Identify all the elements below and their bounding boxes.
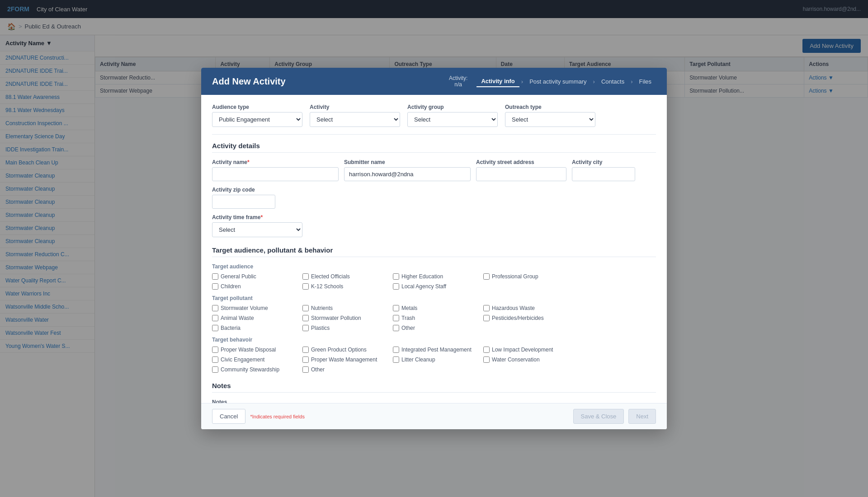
checkbox-item[interactable]: Community Stewardship — [212, 366, 302, 373]
checkbox-input[interactable] — [212, 366, 218, 373]
checkbox-input[interactable] — [212, 325, 218, 331]
checkbox-input[interactable] — [393, 305, 399, 311]
outreach-type-select[interactable]: Select — [505, 112, 595, 127]
checkbox-item[interactable]: Water Conservation — [483, 356, 574, 363]
submitter-name-input[interactable] — [344, 167, 471, 181]
checkbox-label: Stormwater Volume — [221, 305, 268, 311]
checkbox-input[interactable] — [302, 325, 309, 331]
checkbox-input[interactable] — [483, 273, 490, 280]
checkbox-label: Children — [221, 283, 241, 290]
checkbox-item[interactable]: Local Agency Staff — [393, 283, 483, 290]
city-label: Activity city — [572, 159, 635, 165]
activity-name-label: Activity name* — [212, 159, 339, 165]
checkbox-input[interactable] — [483, 356, 490, 363]
checkbox-item[interactable]: Children — [212, 283, 302, 290]
checkbox-input[interactable] — [393, 356, 399, 363]
checkbox-item[interactable]: Litter Cleanup — [393, 356, 483, 363]
activity-details-section: Activity details Activity name* Submitte… — [212, 142, 656, 237]
activity-group-select[interactable]: Select — [407, 112, 498, 127]
activity-id-value: n/a — [449, 81, 467, 88]
checkbox-label: Higher Education — [401, 273, 443, 280]
checkbox-item[interactable]: Pesticides/Herbicides — [483, 315, 574, 321]
checkbox-item[interactable]: Stormwater Volume — [212, 305, 302, 311]
checkbox-item[interactable]: Stormwater Pollution — [302, 315, 393, 321]
checkbox-item[interactable]: General Public — [212, 273, 302, 280]
checkbox-item[interactable]: Elected Officials — [302, 273, 393, 280]
audience-type-select[interactable]: Public Engagement Business School Govern… — [212, 112, 302, 127]
activity-name-input[interactable] — [212, 167, 339, 181]
checkbox-item[interactable]: Other — [302, 366, 393, 373]
checkbox-item[interactable]: Integrated Pest Management — [393, 347, 483, 353]
time-frame-select[interactable]: Select Q1 Q2 Q3 Q4 Annual — [212, 222, 302, 237]
activity-type-select[interactable]: Select Active Passive — [310, 112, 400, 127]
zip-input[interactable] — [212, 195, 275, 209]
city-input[interactable] — [572, 167, 635, 181]
checkbox-label: Bacteria — [221, 325, 241, 331]
modal-overlay: Add New Activity Activity: n/a Activity … — [0, 0, 868, 497]
checkbox-item[interactable]: Green Product Options — [302, 347, 393, 353]
checkbox-label: Pesticides/Herbicides — [492, 315, 544, 321]
checkbox-input[interactable] — [483, 347, 490, 353]
save-close-button[interactable]: Save & Close — [573, 409, 624, 424]
checkbox-item[interactable]: Proper Waste Disposal — [212, 347, 302, 353]
required-note: *Indicates required fields — [250, 414, 304, 419]
checkbox-input[interactable] — [212, 283, 218, 290]
checkbox-item[interactable]: Plastics — [302, 325, 393, 331]
checkbox-input[interactable] — [393, 325, 399, 331]
checkbox-input[interactable] — [212, 273, 218, 280]
checkbox-input[interactable] — [302, 366, 309, 373]
outreach-type-label: Outreach type — [505, 104, 595, 110]
checkbox-input[interactable] — [212, 305, 218, 311]
checkbox-input[interactable] — [393, 315, 399, 321]
checkbox-item[interactable]: Civic Engagement — [212, 356, 302, 363]
modal-body: Audience type Public Engagement Business… — [201, 95, 667, 403]
checkbox-item[interactable]: Animal Waste — [212, 315, 302, 321]
checkbox-label: Animal Waste — [221, 315, 254, 321]
next-button[interactable]: Next — [628, 409, 656, 424]
checkbox-label: Litter Cleanup — [401, 356, 435, 363]
cancel-button[interactable]: Cancel — [212, 409, 245, 424]
step-contacts[interactable]: Contacts — [597, 76, 629, 87]
submitter-name-label: Submitter name — [344, 159, 471, 165]
checkbox-item[interactable]: Other — [393, 325, 483, 331]
checkbox-item[interactable]: Low Impact Development — [483, 347, 574, 353]
checkbox-input[interactable] — [393, 283, 399, 290]
checkbox-input[interactable] — [483, 315, 490, 321]
checkbox-input[interactable] — [483, 305, 490, 311]
checkbox-input[interactable] — [212, 347, 218, 353]
checkbox-input[interactable] — [212, 315, 218, 321]
checkbox-label: Local Agency Staff — [401, 283, 446, 290]
checkbox-item[interactable]: Nutrients — [302, 305, 393, 311]
checkbox-item[interactable]: Proper Waste Management — [302, 356, 393, 363]
time-frame-row: Activity time frame* Select Q1 Q2 Q3 Q4 … — [212, 214, 656, 237]
checkbox-input[interactable] — [393, 347, 399, 353]
checkbox-input[interactable] — [302, 315, 309, 321]
modal-title: Add New Activity — [212, 76, 440, 87]
checkbox-label: Civic Engagement — [221, 356, 264, 363]
checkbox-item[interactable]: Metals — [393, 305, 483, 311]
checkbox-input[interactable] — [302, 273, 309, 280]
checkbox-item[interactable]: Bacteria — [212, 325, 302, 331]
step-activity-info[interactable]: Activity info — [476, 76, 519, 87]
checkbox-item[interactable]: Hazardous Waste — [483, 305, 574, 311]
target-behavior-label: Target behavoir — [212, 337, 656, 343]
step-post-activity[interactable]: Post activity summary — [525, 76, 591, 87]
activity-group-label: Activity group — [407, 104, 498, 110]
checkbox-label: Trash — [401, 315, 415, 321]
checkbox-input[interactable] — [393, 273, 399, 280]
checkbox-input[interactable] — [302, 305, 309, 311]
checkbox-item[interactable]: Higher Education — [393, 273, 483, 280]
zip-label: Activity zip code — [212, 187, 275, 193]
checkbox-input[interactable] — [212, 356, 218, 363]
checkbox-item[interactable]: K-12 Schools — [302, 283, 393, 290]
checkbox-input[interactable] — [302, 356, 309, 363]
checkbox-item[interactable]: Trash — [393, 315, 483, 321]
checkbox-input[interactable] — [302, 283, 309, 290]
street-address-label: Activity street address — [476, 159, 566, 165]
step-files[interactable]: Files — [635, 76, 656, 87]
checkbox-item[interactable]: Professional Group — [483, 273, 574, 280]
street-address-group: Activity street address — [476, 159, 566, 181]
street-address-input[interactable] — [476, 167, 566, 181]
checkbox-input[interactable] — [302, 347, 309, 353]
checkbox-label: Other — [311, 366, 325, 373]
